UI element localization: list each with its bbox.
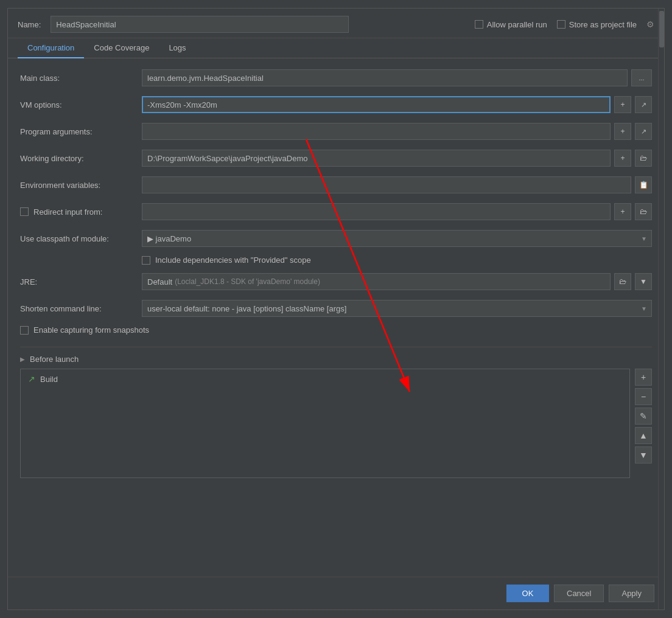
scrollbar[interactable]	[658, 9, 664, 609]
before-launch-up-button[interactable]: ▲	[635, 427, 652, 444]
main-class-field: ...	[142, 69, 652, 86]
shorten-row: Shorten command line: user-local default…	[20, 299, 652, 318]
before-launch-list: ↗ Build	[20, 369, 630, 478]
program-args-plus-button[interactable]: +	[614, 123, 631, 140]
shorten-field: user-local default: none - java [options…	[142, 300, 652, 317]
jre-field: Default (Loclal_JDK1.8 - SDK of 'javaDem…	[142, 273, 652, 290]
redirect-checkbox[interactable]	[20, 207, 29, 216]
vm-options-row: VM options: + ↗	[20, 95, 652, 114]
redirect-field: + 🗁	[142, 203, 652, 220]
vm-options-input[interactable]	[142, 96, 611, 113]
jre-row: JRE: Default (Loclal_JDK1.8 - SDK of 'ja…	[20, 272, 652, 291]
tab-code-coverage[interactable]: Code Coverage	[84, 38, 159, 58]
gear-icon[interactable]: ⚙	[646, 19, 654, 29]
name-label: Name:	[18, 20, 41, 29]
program-args-field: + ↗	[142, 123, 652, 140]
tab-configuration[interactable]: Configuration	[18, 38, 84, 58]
before-launch-header: ▶ Before launch	[20, 355, 652, 369]
classpath-field: ▶ javaDemo ▼	[142, 230, 652, 247]
store-project-option[interactable]: Store as project file	[557, 20, 637, 29]
store-project-checkbox[interactable]	[557, 20, 565, 29]
dialog-footer: OK Cancel Apply	[8, 577, 664, 609]
redirect-plus-button[interactable]: +	[614, 203, 631, 220]
jre-label: JRE:	[20, 277, 142, 286]
ok-button[interactable]: OK	[506, 585, 549, 602]
shorten-label: Shorten command line:	[20, 304, 142, 313]
jre-dropdown-button[interactable]: ▼	[635, 273, 652, 290]
allow-parallel-option[interactable]: Allow parallel run	[475, 20, 547, 29]
dialog-header: Name: Allow parallel run Store as projec…	[8, 9, 664, 38]
jre-default-text: Default	[147, 277, 172, 286]
include-deps-row: Include dependencies with "Provided" sco…	[20, 255, 652, 265]
jre-sub-text: (Loclal_JDK1.8 - SDK of 'javaDemo' modul…	[175, 277, 320, 286]
env-vars-copy-button[interactable]: 📋	[635, 176, 652, 193]
classpath-select-wrapper: ▶ javaDemo ▼	[142, 230, 652, 247]
main-class-label: Main class:	[20, 74, 142, 83]
classpath-label: Use classpath of module:	[20, 234, 142, 243]
allow-parallel-label: Allow parallel run	[487, 20, 547, 29]
shorten-select-wrapper: user-local default: none - java [options…	[142, 300, 652, 317]
header-options: Allow parallel run Store as project file…	[475, 19, 654, 29]
redirect-input[interactable]	[142, 203, 611, 220]
jre-folder-button[interactable]: 🗁	[614, 273, 631, 290]
program-args-row: Program arguments: + ↗	[20, 122, 652, 141]
vm-options-expand-button[interactable]: ↗	[635, 96, 652, 113]
before-launch-content: ↗ Build + − ✎ ▲ ▼	[20, 369, 652, 478]
enable-snapshots-label: Enable capturing form snapshots	[33, 325, 149, 335]
enable-snapshots-checkbox[interactable]	[20, 326, 29, 335]
before-launch-section: ▶ Before launch ↗ Build + − ✎ ▲ ▼	[20, 347, 652, 478]
before-launch-item[interactable]: ↗ Build	[21, 369, 629, 389]
before-launch-edit-button[interactable]: ✎	[635, 408, 652, 425]
vm-options-label: VM options:	[20, 100, 142, 109]
tab-logs[interactable]: Logs	[159, 38, 195, 58]
env-vars-field: 📋	[142, 176, 652, 193]
main-content: Main class: ... VM options: + ↗ Program …	[8, 58, 664, 577]
working-dir-folder-button[interactable]: 🗁	[635, 150, 652, 167]
program-args-label: Program arguments:	[20, 127, 142, 136]
env-vars-input[interactable]	[142, 176, 631, 193]
tabs-bar: Configuration Code Coverage Logs	[8, 38, 664, 58]
name-input[interactable]	[51, 16, 349, 33]
before-launch-minus-button[interactable]: −	[635, 388, 652, 405]
apply-button[interactable]: Apply	[609, 585, 654, 602]
redirect-row: Redirect input from: + 🗁	[20, 202, 652, 221]
allow-parallel-checkbox[interactable]	[475, 20, 483, 29]
vm-options-plus-button[interactable]: +	[614, 96, 631, 113]
build-icon: ↗	[28, 374, 35, 384]
working-dir-row: Working directory: + 🗁	[20, 148, 652, 168]
before-launch-add-button[interactable]: +	[635, 369, 652, 386]
include-deps-checkbox[interactable]	[142, 256, 150, 265]
working-dir-field: + 🗁	[142, 150, 652, 167]
jre-display: Default (Loclal_JDK1.8 - SDK of 'javaDem…	[142, 273, 611, 290]
redirect-label: Redirect input from:	[33, 207, 102, 217]
build-label: Build	[40, 375, 58, 384]
working-dir-label: Working directory:	[20, 154, 142, 163]
vm-options-field: + ↗	[142, 96, 652, 113]
main-class-row: Main class: ...	[20, 68, 652, 88]
before-launch-chevron-icon[interactable]: ▶	[20, 356, 25, 363]
before-launch-actions: + − ✎ ▲ ▼	[630, 369, 652, 478]
working-dir-input[interactable]	[142, 150, 611, 167]
scrollbar-thumb[interactable]	[659, 11, 664, 47]
enable-snapshots-row: Enable capturing form snapshots	[20, 325, 652, 335]
before-launch-down-button[interactable]: ▼	[635, 446, 652, 464]
redirect-label-container: Redirect input from:	[20, 207, 142, 217]
program-args-input[interactable]	[142, 123, 611, 140]
program-args-expand-button[interactable]: ↗	[635, 123, 652, 140]
store-project-label: Store as project file	[569, 20, 637, 29]
classpath-select[interactable]: ▶ javaDemo	[142, 230, 652, 247]
before-launch-title: Before launch	[30, 355, 79, 364]
main-class-browse-button[interactable]: ...	[631, 69, 652, 86]
working-dir-plus-button[interactable]: +	[614, 150, 631, 167]
main-class-input[interactable]	[142, 69, 628, 86]
classpath-row: Use classpath of module: ▶ javaDemo ▼	[20, 229, 652, 248]
cancel-button[interactable]: Cancel	[554, 585, 604, 602]
env-vars-label: Environment variables:	[20, 181, 142, 190]
redirect-folder-button[interactable]: 🗁	[635, 203, 652, 220]
include-deps-label: Include dependencies with "Provided" sco…	[155, 255, 311, 265]
shorten-select[interactable]: user-local default: none - java [options…	[142, 300, 652, 317]
env-vars-row: Environment variables: 📋	[20, 175, 652, 195]
